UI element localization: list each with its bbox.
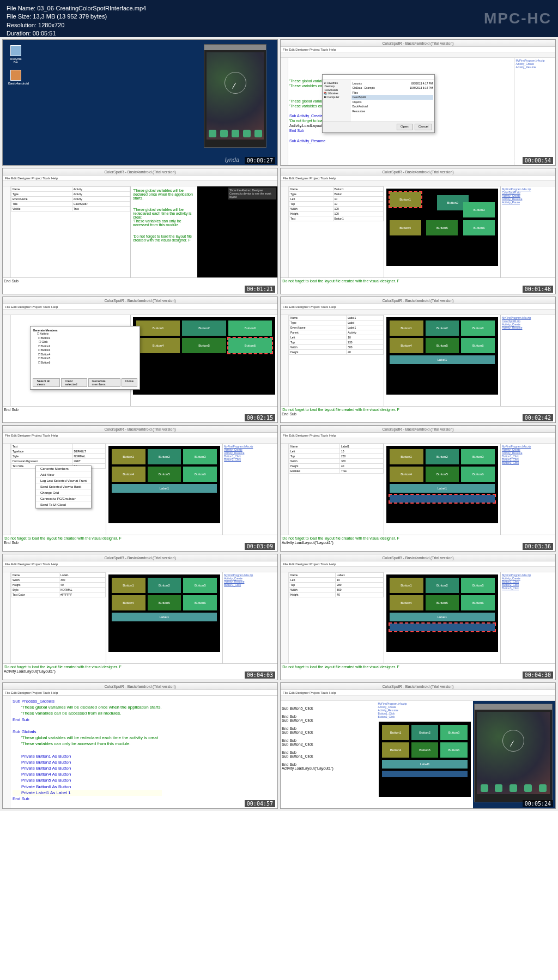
- context-menu[interactable]: Generate Members Add View Log Last Selec…: [35, 465, 92, 509]
- thumbnail-1[interactable]: Recycle Bin Basic4android lynda 00:00:27: [2, 39, 278, 166]
- recycle-bin-icon: Recycle Bin: [8, 45, 23, 64]
- file-list: Layouts8/8/2013 4:17 PM ClsData - Exampl…: [350, 80, 434, 122]
- select-all-button[interactable]: Select all views: [33, 378, 60, 387]
- windows-desktop: Recycle Bin Basic4android: [3, 40, 277, 165]
- properties-panel: NameLabel1 TypeLabel Event NameLabel1 Pa…: [289, 315, 384, 406]
- code-editor: Sub Button5_Click End Sub Sub Button4_Cl…: [281, 701, 377, 808]
- ctx-change-grid[interactable]: Change Grid: [36, 490, 91, 496]
- file-open-dialog: ★ Favorites Desktop Downloads📚 Libraries…: [322, 74, 435, 133]
- properties-panel: NameActivity TypeActivity Event NameActi…: [11, 186, 131, 277]
- thumbnail-11[interactable]: ColorSpotR - Basic4android (Trial versio…: [2, 682, 278, 809]
- thumbnail-grid: Recycle Bin Basic4android lynda 00:00:27…: [0, 37, 558, 811]
- watermark: lynda: [225, 156, 239, 163]
- toolbar: [281, 52, 555, 58]
- emulator-screen: [207, 52, 264, 140]
- thumbnail-7[interactable]: ColorSpotR - Basic4android (Trial versio…: [2, 425, 278, 552]
- label1[interactable]: Label1: [390, 355, 495, 364]
- android-emulator: [204, 44, 266, 148]
- resolution-label: Resolution: 1280x720: [7, 21, 551, 29]
- android-emulator: [473, 701, 555, 808]
- thumbnail-8[interactable]: ColorSpotR - Basic4android (Trial versio…: [280, 425, 556, 552]
- modules-panel: MyFirstProgram.b4a.zipColorSpotR.zipActi…: [500, 186, 555, 277]
- thumbnail-9[interactable]: ColorSpotR - Basic4android (Trial versio…: [2, 554, 278, 680]
- properties-panel: NameButton1 TypeButton Left10 Top10 Widt…: [289, 186, 384, 277]
- mpc-hc-logo: MPC-HC: [484, 10, 551, 27]
- button4[interactable]: Button4: [390, 220, 421, 235]
- abstract-designer: Show the Abstract DesignerConnect to dev…: [197, 186, 277, 277]
- design-surface: Button1 Button2 Button3 Button4 Button5 …: [386, 189, 499, 266]
- filesize-label: File Size: 13,3 MB (13 952 379 bytes): [7, 13, 551, 21]
- thumbnail-2[interactable]: ColorSpotR - Basic4android (Trial versio…: [280, 39, 556, 166]
- thumbnail-6[interactable]: ColorSpotR - Basic4android (Trial versio…: [280, 297, 556, 423]
- thumbnail-10[interactable]: ColorSpotR - Basic4android (Trial versio…: [280, 554, 556, 680]
- modules-panel: MyFirstProgram.b4a.zip Activity_Create A…: [514, 58, 555, 165]
- code-editor: Sub Process_Globals 'These global variab…: [10, 696, 164, 809]
- clear-button[interactable]: Clear selected: [61, 378, 87, 387]
- close-button[interactable]: Close: [122, 378, 137, 387]
- generate-members-dialog: Generate Members ☐ Activity ☐ Button1 ☐ …: [30, 326, 140, 390]
- emulator-nav: [207, 130, 264, 137]
- generate-button[interactable]: Generate members: [88, 378, 120, 387]
- timestamp: 00:00:27: [245, 157, 275, 164]
- button5[interactable]: Button5: [426, 220, 458, 235]
- button3[interactable]: Button3: [463, 202, 495, 217]
- button1[interactable]: Button1: [390, 192, 421, 207]
- ctx-generate-members[interactable]: Generate Members: [36, 466, 91, 472]
- ctx-send-cloud[interactable]: Send To UI Cloud: [36, 502, 91, 508]
- file-info-header: File Name: 03_06-CreatingColorSpotRInter…: [0, 0, 558, 37]
- cancel-button[interactable]: Cancel: [415, 124, 433, 130]
- ctx-connect[interactable]: Connect to PC/Emulator: [36, 496, 91, 502]
- open-button[interactable]: Open: [397, 124, 413, 130]
- ctx-log-view[interactable]: Log Last Selected View at Front: [36, 478, 91, 484]
- menubar: File Edit Designer Project Tools Help: [281, 47, 555, 52]
- window-titlebar: ColorSpotR - Basic4android (Trial versio…: [281, 40, 555, 47]
- clock-widget: [225, 72, 246, 94]
- code-editor: 'These global variables will be declared…: [288, 58, 514, 165]
- duration-label: Duration: 00:05:51: [7, 29, 551, 38]
- thumbnail-5[interactable]: ColorSpotR - Basic4android (Trial versio…: [2, 297, 278, 423]
- thumbnail-4[interactable]: ColorSpotR - Basic4android (Trial versio…: [280, 168, 556, 294]
- line-gutter: [281, 58, 288, 165]
- ctx-add-view[interactable]: Add View: [36, 472, 91, 478]
- ctx-send-back[interactable]: Send Selected View to Back: [36, 484, 91, 490]
- dialog-nav-pane: ★ Favorites Desktop Downloads📚 Libraries…: [323, 80, 350, 122]
- thumbnail-3[interactable]: ColorSpotR - Basic4android (Trial versio…: [2, 168, 278, 294]
- filename-label: File Name: 03_06-CreatingColorSpotRInter…: [7, 4, 551, 13]
- timestamp: 00:00:54: [523, 157, 553, 164]
- thumbnail-12[interactable]: ColorSpotR - Basic4android (Trial versio…: [280, 682, 556, 809]
- b4a-icon: Basic4android: [8, 70, 23, 85]
- code-snippet: 'These global variables will be declared…: [131, 186, 197, 277]
- button6[interactable]: Button6: [463, 220, 495, 235]
